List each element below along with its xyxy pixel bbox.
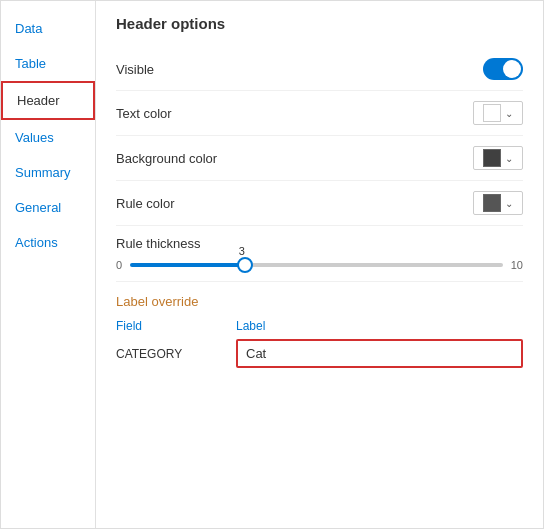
- sidebar-item-label: General: [15, 200, 61, 215]
- rule-thickness-label: Rule thickness: [116, 236, 523, 251]
- label-override-section: Label override Field Label CATEGORY: [116, 282, 523, 376]
- sidebar-item-general[interactable]: General: [1, 190, 95, 225]
- label-override-title: Label override: [116, 294, 523, 309]
- main-panel: Header options Visible Text color ⌄ Back…: [96, 1, 543, 528]
- slider-max-label: 10: [511, 259, 523, 271]
- sidebar: Data Table Header Values Summary General…: [1, 1, 96, 528]
- sidebar-item-label: Table: [15, 56, 46, 71]
- rule-color-swatch: [483, 194, 501, 212]
- rule-color-picker[interactable]: ⌄: [473, 191, 523, 215]
- sidebar-item-actions[interactable]: Actions: [1, 225, 95, 260]
- slider-min-label: 0: [116, 259, 122, 271]
- visible-toggle[interactable]: [483, 58, 523, 80]
- background-color-row: Background color ⌄: [116, 136, 523, 181]
- slider-value-label: 3: [239, 245, 245, 257]
- background-color-swatch: [483, 149, 501, 167]
- label-data-row: CATEGORY: [116, 339, 523, 368]
- label-header-row: Field Label: [116, 319, 523, 333]
- sidebar-item-table[interactable]: Table: [1, 46, 95, 81]
- text-color-swatch: [483, 104, 501, 122]
- rule-color-row: Rule color ⌄: [116, 181, 523, 226]
- label-override-input[interactable]: [236, 339, 523, 368]
- text-color-label: Text color: [116, 106, 172, 121]
- label-input-wrapper: [236, 339, 523, 368]
- sidebar-item-label: Data: [15, 21, 42, 36]
- field-value: CATEGORY: [116, 347, 236, 361]
- rule-color-label: Rule color: [116, 196, 175, 211]
- rule-thickness-container: 0 3 10: [116, 259, 523, 271]
- rule-thickness-slider[interactable]: [130, 263, 503, 267]
- label-column-header: Label: [236, 319, 523, 333]
- sidebar-item-data[interactable]: Data: [1, 11, 95, 46]
- field-column-header: Field: [116, 319, 236, 333]
- sidebar-item-label: Header: [17, 93, 60, 108]
- background-color-label: Background color: [116, 151, 217, 166]
- panel-title: Header options: [116, 15, 523, 32]
- text-color-picker[interactable]: ⌄: [473, 101, 523, 125]
- slider-wrapper: 3: [130, 263, 503, 267]
- sidebar-item-header[interactable]: Header: [1, 81, 95, 120]
- sidebar-item-values[interactable]: Values: [1, 120, 95, 155]
- chevron-down-icon: ⌄: [505, 108, 513, 119]
- background-color-picker[interactable]: ⌄: [473, 146, 523, 170]
- sidebar-item-label: Summary: [15, 165, 71, 180]
- rule-thickness-section: Rule thickness 0 3 10: [116, 226, 523, 282]
- chevron-down-icon: ⌄: [505, 198, 513, 209]
- sidebar-item-summary[interactable]: Summary: [1, 155, 95, 190]
- chevron-down-icon: ⌄: [505, 153, 513, 164]
- sidebar-item-label: Actions: [15, 235, 58, 250]
- visible-label: Visible: [116, 62, 154, 77]
- label-table: Field Label CATEGORY: [116, 319, 523, 368]
- sidebar-item-label: Values: [15, 130, 54, 145]
- visible-row: Visible: [116, 48, 523, 91]
- text-color-row: Text color ⌄: [116, 91, 523, 136]
